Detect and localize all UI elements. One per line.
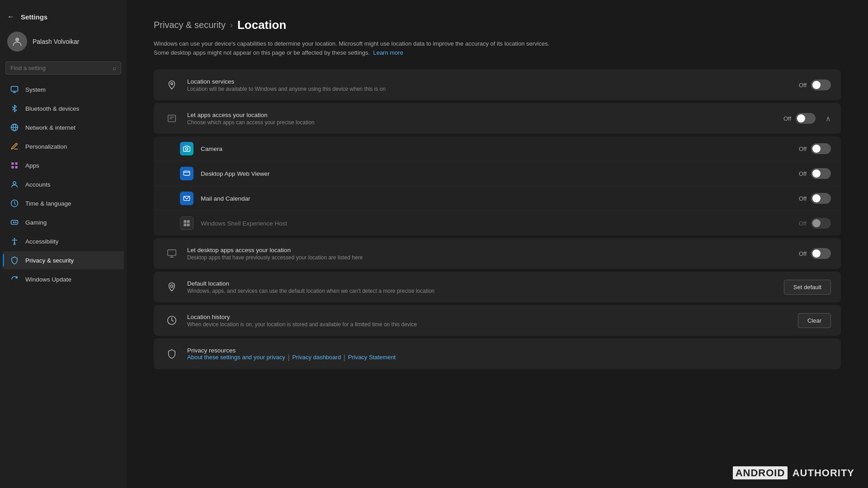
sidebar-item-accounts[interactable]: Accounts bbox=[3, 175, 124, 193]
sidebar-item-accessibility-label: Accessibility bbox=[25, 238, 59, 245]
svg-rect-6 bbox=[11, 166, 14, 169]
windows-shell-icon bbox=[180, 216, 193, 230]
svg-point-24 bbox=[170, 285, 173, 287]
svg-rect-20 bbox=[187, 220, 190, 223]
sidebar-item-personalization[interactable]: Personalization bbox=[3, 137, 124, 155]
windows-shell-toggle[interactable] bbox=[811, 218, 831, 229]
privacy-icon bbox=[10, 256, 19, 265]
watermark-suffix: AUTHORITY bbox=[793, 467, 854, 479]
search-box[interactable]: ⌕ bbox=[5, 61, 121, 75]
sidebar-item-gaming-label: Gaming bbox=[25, 219, 47, 226]
mail-calendar-row: Mail and Calendar Off bbox=[154, 186, 841, 211]
location-services-desc: Location will be available to Windows an… bbox=[187, 86, 799, 92]
privacy-resources-text: Privacy resources About these settings a… bbox=[187, 347, 831, 361]
desktop-apps-title: Let desktop apps access your location bbox=[187, 247, 799, 253]
location-services-title: Location services bbox=[187, 78, 799, 85]
update-icon bbox=[10, 275, 19, 284]
watermark: ANDROID AUTHORITY bbox=[733, 467, 854, 479]
back-button[interactable]: ← bbox=[7, 11, 18, 23]
let-apps-icon bbox=[164, 110, 180, 127]
mail-calendar-icon bbox=[180, 192, 193, 205]
location-history-card: Location history When device location is… bbox=[154, 305, 841, 336]
camera-toggle[interactable] bbox=[811, 143, 831, 154]
svg-rect-23 bbox=[168, 250, 176, 256]
let-apps-toggle-wrap: Off ∧ bbox=[783, 113, 831, 124]
windows-shell-toggle-wrap: Off bbox=[799, 218, 831, 229]
let-apps-chevron[interactable]: ∧ bbox=[826, 114, 831, 123]
svg-rect-22 bbox=[187, 224, 190, 226]
desktop-apps-toggle[interactable] bbox=[811, 248, 831, 259]
windows-shell-title: Windows Shell Experience Host bbox=[201, 220, 799, 227]
default-location-desc: Windows, apps, and services can use the … bbox=[187, 288, 784, 294]
nav-items: System Bluetooth & devices Network & int… bbox=[0, 80, 127, 488]
mail-calendar-toggle[interactable] bbox=[811, 193, 831, 204]
user-profile: Palash Volvoikar bbox=[0, 25, 127, 58]
sidebar-item-bluetooth[interactable]: Bluetooth & devices bbox=[3, 99, 124, 117]
username: Palash Volvoikar bbox=[33, 38, 80, 45]
sidebar-item-system[interactable]: System bbox=[3, 80, 124, 99]
search-icon: ⌕ bbox=[113, 65, 116, 71]
watermark-brand: ANDROID bbox=[733, 466, 788, 479]
camera-app-text: Camera bbox=[201, 145, 799, 152]
desktop-web-viewer-toggle-wrap: Off bbox=[799, 168, 831, 179]
svg-point-0 bbox=[15, 38, 19, 42]
let-apps-toggle-label: Off bbox=[783, 115, 791, 122]
sidebar-item-apps[interactable]: Apps bbox=[3, 156, 124, 174]
default-location-card: Default location Windows, apps, and serv… bbox=[154, 272, 841, 302]
camera-toggle-wrap: Off bbox=[799, 143, 831, 154]
camera-app-title: Camera bbox=[201, 145, 799, 152]
svg-point-12 bbox=[171, 83, 173, 85]
learn-more-link[interactable]: Learn more bbox=[373, 49, 403, 56]
location-services-toggle[interactable] bbox=[811, 80, 831, 90]
breadcrumb-current: Location bbox=[237, 18, 286, 32]
avatar bbox=[7, 32, 27, 52]
let-apps-row: Let apps access your location Choose whi… bbox=[154, 103, 841, 134]
sidebar-item-accessibility[interactable]: Accessibility bbox=[3, 232, 124, 250]
about-settings-link[interactable]: About these settings and your privacy bbox=[187, 354, 285, 361]
time-icon bbox=[10, 199, 19, 208]
desktop-web-viewer-title: Desktop App Web Viewer bbox=[201, 170, 799, 177]
svg-rect-13 bbox=[168, 115, 176, 122]
sidebar-item-update[interactable]: Windows Update bbox=[3, 270, 124, 288]
svg-rect-4 bbox=[11, 162, 14, 164]
location-services-toggle-label: Off bbox=[799, 82, 807, 89]
sidebar-item-network[interactable]: Network & internet bbox=[3, 118, 124, 136]
sidebar-item-apps-label: Apps bbox=[25, 162, 39, 169]
svg-point-8 bbox=[13, 182, 16, 184]
desktop-web-viewer-toggle[interactable] bbox=[811, 168, 831, 179]
app-access-card: Let apps access your location Choose whi… bbox=[154, 103, 841, 134]
location-history-icon bbox=[164, 312, 180, 328]
desktop-apps-desc: Desktop apps that have previously access… bbox=[187, 254, 799, 261]
svg-rect-7 bbox=[15, 166, 18, 169]
page-description: Windows can use your device's capabiliti… bbox=[154, 39, 561, 57]
bluetooth-icon bbox=[10, 104, 19, 113]
let-apps-toggle[interactable] bbox=[796, 113, 816, 124]
location-services-icon bbox=[164, 77, 180, 93]
desktop-web-viewer-text: Desktop App Web Viewer bbox=[201, 170, 799, 177]
clear-button[interactable]: Clear bbox=[798, 313, 831, 328]
desktop-apps-card: Let desktop apps access your location De… bbox=[154, 238, 841, 269]
desktop-web-viewer-row: Desktop App Web Viewer Off bbox=[154, 161, 841, 186]
svg-rect-5 bbox=[15, 162, 18, 164]
sidebar-item-privacy[interactable]: Privacy & security bbox=[3, 251, 124, 269]
sidebar-item-system-label: System bbox=[25, 86, 46, 93]
privacy-dashboard-link[interactable]: Privacy dashboard bbox=[292, 354, 341, 361]
sidebar-header: ← Settings bbox=[0, 5, 127, 25]
sidebar-item-update-label: Windows Update bbox=[25, 276, 71, 283]
network-icon bbox=[10, 123, 19, 132]
set-default-button[interactable]: Set default bbox=[784, 280, 831, 295]
mail-calendar-title: Mail and Calendar bbox=[201, 195, 799, 202]
let-apps-title: Let apps access your location bbox=[187, 112, 783, 118]
personalization-icon bbox=[10, 142, 19, 151]
sidebar-item-time[interactable]: Time & language bbox=[3, 194, 124, 212]
location-services-text: Location services Location will be avail… bbox=[187, 78, 799, 92]
main-content: Privacy & security › Location Windows ca… bbox=[127, 0, 868, 488]
sidebar-item-privacy-label: Privacy & security bbox=[25, 257, 74, 264]
search-input[interactable] bbox=[10, 65, 109, 71]
sidebar-item-gaming[interactable]: Gaming bbox=[3, 213, 124, 231]
sidebar-item-network-label: Network & internet bbox=[25, 124, 75, 131]
privacy-statement-link[interactable]: Privacy Statement bbox=[348, 354, 396, 361]
location-history-title: Location history bbox=[187, 314, 798, 320]
desktop-apps-toggle-wrap: Off bbox=[799, 248, 831, 259]
location-history-text: Location history When device location is… bbox=[187, 314, 798, 328]
